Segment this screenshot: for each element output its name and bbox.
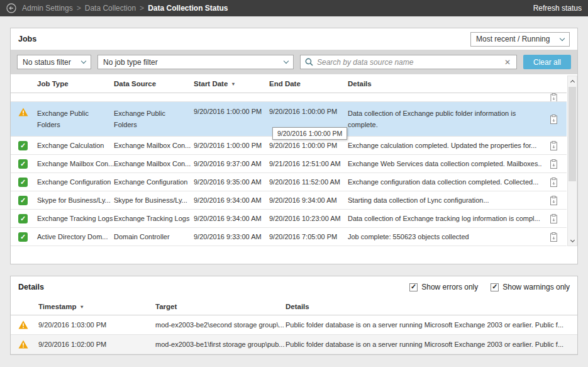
table-row[interactable]: ✓ Active Directory Dom... Domain Control… bbox=[11, 228, 567, 246]
details-cell: Public folder database is on a server ru… bbox=[286, 321, 577, 329]
show-errors-label: Show errors only bbox=[421, 283, 478, 291]
data-source-cell: Exchange Public Folders bbox=[114, 108, 194, 130]
copy-log-icon[interactable] bbox=[550, 115, 558, 124]
start-date-cell: 9/20/2016 9:34:00 AM bbox=[194, 196, 269, 204]
details-cell: Starting data collection of Lync configu… bbox=[348, 196, 541, 204]
start-date-cell: 9/20/2016 1:00:00 PM bbox=[194, 142, 269, 149]
warning-icon bbox=[18, 320, 28, 329]
job-type-cell: Exchange Tracking Logs bbox=[37, 215, 114, 222]
column-header-start-date[interactable]: Start Date bbox=[194, 80, 269, 88]
details-title: Details bbox=[18, 283, 44, 291]
target-cell: mod-ex2003-be2\second storage group\... bbox=[155, 321, 286, 329]
column-header-timestamp[interactable]: Timestamp bbox=[38, 303, 155, 310]
breadcrumb-separator: > bbox=[77, 4, 81, 13]
details-cell: Data collection of Exchange tracking log… bbox=[348, 215, 541, 222]
copy-log-icon[interactable] bbox=[550, 178, 558, 187]
column-header-data-source[interactable]: Data Source bbox=[114, 80, 194, 88]
job-type-filter-dropdown[interactable]: No job type filter bbox=[97, 55, 294, 69]
table-row[interactable]: 9/20/2016 1:02:00 PM mod-ex2003-be1\firs… bbox=[11, 335, 577, 354]
success-icon: ✓ bbox=[18, 141, 28, 150]
table-row[interactable]: ✓ Skype for Business/Ly... Skype for Bus… bbox=[11, 191, 567, 210]
table-row[interactable]: ✓ Exchange Tracking Logs Exchange Tracki… bbox=[11, 210, 567, 228]
topbar: Admin Settings > Data Collection > Data … bbox=[0, 0, 588, 16]
jobs-panel-header: Jobs Most recent / Running bbox=[11, 28, 577, 50]
copy-log-icon[interactable] bbox=[550, 141, 558, 150]
timestamp-cell: 9/20/2016 1:03:00 PM bbox=[38, 321, 155, 329]
chevron-up-icon bbox=[570, 79, 574, 84]
show-warnings-only-toggle[interactable]: Show warnings only bbox=[491, 283, 570, 291]
success-icon: ✓ bbox=[18, 178, 28, 187]
success-icon: ✓ bbox=[18, 159, 28, 169]
jobs-filter-bar: No status filter No job type filter ✕ Cl… bbox=[11, 50, 577, 74]
show-errors-checkbox[interactable] bbox=[409, 283, 418, 291]
jobs-panel: Jobs Most recent / Running No status fil… bbox=[10, 28, 578, 264]
table-row-partial[interactable] bbox=[11, 93, 567, 102]
breadcrumb-current-page: Data Collection Status bbox=[148, 4, 228, 13]
end-date-cell: 9/20/2016 1:00:00 PM bbox=[269, 108, 348, 115]
chevron-down-icon bbox=[570, 238, 574, 242]
scroll-up-button[interactable] bbox=[568, 76, 577, 86]
breadcrumb-separator: > bbox=[140, 4, 144, 13]
status-filter-dropdown[interactable]: No status filter bbox=[17, 55, 91, 69]
job-type-cell: Exchange Mailbox Con... bbox=[37, 160, 114, 167]
chevron-down-icon bbox=[284, 59, 289, 64]
sort-order-dropdown[interactable]: Most recent / Running bbox=[470, 32, 570, 47]
details-panel-header: Details Show errors only Show warnings o… bbox=[11, 276, 577, 298]
job-type-cell: Active Directory Dom... bbox=[37, 233, 114, 240]
column-header-target[interactable]: Target bbox=[155, 303, 286, 310]
table-row[interactable]: ✓ Exchange Configuration Exchange Config… bbox=[11, 173, 567, 191]
show-warnings-label: Show warnings only bbox=[502, 283, 570, 291]
end-date-cell: 9/20/2016 11:52:00 AM bbox=[269, 178, 348, 186]
breadcrumb: Admin Settings > Data Collection > Data … bbox=[22, 4, 228, 13]
data-source-cell: Exchange Mailbox Con... bbox=[114, 142, 194, 149]
job-type-cell: Skype for Business/Ly... bbox=[37, 196, 114, 204]
copy-log-icon[interactable] bbox=[550, 214, 558, 223]
clear-all-button[interactable]: Clear all bbox=[523, 55, 571, 69]
details-cell: Exchange Web Services data collection co… bbox=[348, 160, 541, 167]
status-filter-value: No status filter bbox=[23, 58, 71, 67]
data-source-cell: Skype for Business/Ly... bbox=[114, 196, 194, 204]
search-box: ✕ bbox=[300, 55, 517, 69]
scrollbar-thumb[interactable] bbox=[569, 87, 576, 181]
details-table: Timestamp Target Details 9/20/2016 1:03:… bbox=[11, 298, 577, 354]
details-filters: Show errors only Show warnings only bbox=[409, 283, 570, 291]
details-cell: Exchange calculation completed. Updated … bbox=[348, 142, 541, 149]
data-source-cell: Exchange Configuration bbox=[114, 178, 194, 186]
back-button[interactable] bbox=[6, 3, 16, 13]
success-icon: ✓ bbox=[18, 232, 28, 242]
refresh-status-link[interactable]: Refresh status bbox=[533, 4, 582, 13]
start-date-cell: 9/20/2016 9:37:00 AM bbox=[194, 160, 269, 167]
end-date-cell: 9/20/2016 7:05:00 PM bbox=[269, 233, 348, 240]
breadcrumb-data-collection[interactable]: Data Collection bbox=[85, 4, 136, 13]
details-cell: Public folder database is on a server ru… bbox=[286, 341, 577, 348]
start-date-cell: 9/20/2016 9:34:00 AM bbox=[194, 215, 269, 222]
show-warnings-checkbox[interactable] bbox=[491, 283, 499, 291]
table-row[interactable]: ✓ Exchange Mailbox Con... Exchange Mailb… bbox=[11, 155, 567, 173]
copy-log-icon[interactable] bbox=[550, 93, 558, 102]
job-type-cell: Exchange Public Folders bbox=[37, 108, 114, 130]
breadcrumb-admin-settings[interactable]: Admin Settings bbox=[22, 4, 73, 13]
chevron-down-icon bbox=[81, 59, 86, 64]
column-header-end-date[interactable]: End Date bbox=[269, 80, 348, 88]
search-input[interactable] bbox=[317, 58, 499, 67]
copy-log-icon[interactable] bbox=[550, 196, 558, 205]
scroll-down-button[interactable] bbox=[568, 236, 577, 246]
copy-log-icon[interactable] bbox=[550, 232, 558, 242]
sort-descending-icon bbox=[231, 80, 235, 88]
job-type-cell: Exchange Calculation bbox=[37, 142, 114, 149]
copy-log-icon[interactable] bbox=[550, 159, 558, 169]
details-cell: Data collection of Exchange public folde… bbox=[348, 108, 541, 130]
details-table-header: Timestamp Target Details bbox=[11, 298, 577, 315]
clear-search-icon[interactable]: ✕ bbox=[503, 58, 512, 67]
table-row[interactable]: 9/20/2016 1:03:00 PM mod-ex2003-be2\seco… bbox=[11, 315, 577, 335]
show-errors-only-toggle[interactable]: Show errors only bbox=[409, 283, 478, 291]
timestamp-cell: 9/20/2016 1:02:00 PM bbox=[38, 341, 155, 348]
details-panel: Details Show errors only Show warnings o… bbox=[10, 276, 578, 355]
start-date-cell: 9/20/2016 9:33:00 AM bbox=[194, 233, 269, 240]
column-header-details[interactable]: Details bbox=[348, 80, 541, 88]
end-date-cell: 9/20/2016 10:23:00 AM bbox=[269, 215, 348, 222]
column-header-job-type[interactable]: Job Type bbox=[37, 80, 114, 88]
job-type-cell: Exchange Configuration bbox=[37, 178, 114, 186]
column-header-details[interactable]: Details bbox=[286, 303, 577, 310]
jobs-scrollbar[interactable] bbox=[567, 76, 577, 246]
